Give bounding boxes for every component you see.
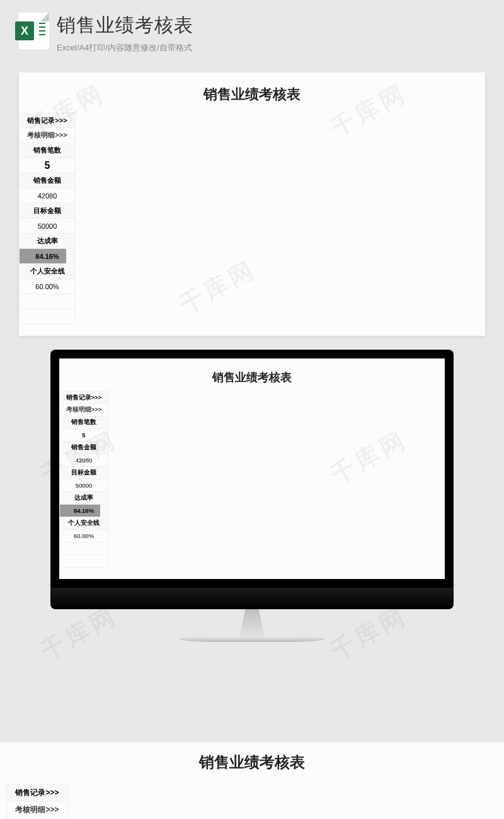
summary-count-value: 5 [19, 158, 76, 173]
summary-sidebar: 销售记录>>>考核明细>>>销售笔数5销售金额42080目标金额50000达成率… [59, 391, 108, 568]
page-header: X 销售业绩考核表 Excel/A4打印/内容随意修改/自带格式 [0, 0, 504, 60]
summary-count-value: 5 [59, 429, 108, 442]
summary-target-value: 50000 [19, 219, 76, 234]
sheet-title: 销售业绩考核表 [6, 750, 498, 784]
summary-safeline-label: 个人安全线 [19, 264, 76, 279]
summary-rate-label: 达成率 [59, 492, 108, 505]
sheet-title: 销售业绩考核表 [59, 366, 445, 391]
summary-amount-label: 销售金额 [19, 173, 76, 188]
spreadsheet-preview-bottom: 销售业绩考核表 销售记录>>>考核明细>>> [0, 742, 504, 819]
summary-rate-value: 84.16% [59, 505, 108, 517]
page-subtitle: Excel/A4打印/内容随意修改/自带格式 [57, 42, 193, 54]
summary-record-label: 销售记录>>> [59, 391, 108, 404]
page-title: 销售业绩考核表 [57, 13, 193, 38]
summary-sidebar: 销售记录>>>考核明细>>> [6, 784, 68, 819]
summary-detail-label: 考核明细>>> [6, 801, 68, 819]
summary-rate-value: 84.16% [19, 249, 76, 264]
summary-target-label: 目标金额 [59, 467, 108, 479]
summary-rate-label: 达成率 [19, 234, 76, 249]
summary-detail-label: 考核明细>>> [59, 404, 108, 416]
monitor-mockup: 销售业绩考核表 销售记录>>>考核明细>>>销售笔数5销售金额42080目标金额… [50, 350, 454, 642]
summary-detail-label: 考核明细>>> [19, 128, 76, 143]
summary-target-label: 目标金额 [19, 203, 76, 219]
summary-safeline-label: 个人安全线 [59, 517, 108, 530]
summary-record-label: 销售记录>>> [19, 113, 76, 128]
summary-amount-label: 销售金额 [59, 442, 108, 454]
excel-file-icon: X [19, 13, 49, 49]
summary-amount-value: 42080 [59, 454, 108, 467]
excel-x-badge: X [15, 21, 34, 40]
summary-count-label: 销售笔数 [59, 416, 108, 429]
summary-amount-value: 42080 [19, 188, 76, 203]
summary-safeline-value: 60.00% [19, 279, 76, 294]
spreadsheet-preview-top: 销售业绩考核表 销售记录>>>考核明细>>>销售笔数5销售金额42080目标金额… [19, 72, 485, 336]
summary-count-label: 销售笔数 [19, 143, 76, 158]
sheet-title: 销售业绩考核表 [19, 80, 485, 113]
summary-record-label: 销售记录>>> [6, 784, 68, 801]
summary-safeline-value: 60.00% [59, 530, 108, 542]
summary-target-value: 50000 [59, 479, 108, 492]
summary-sidebar: 销售记录>>>考核明细>>>销售笔数5销售金额42080目标金额50000达成率… [19, 113, 76, 324]
